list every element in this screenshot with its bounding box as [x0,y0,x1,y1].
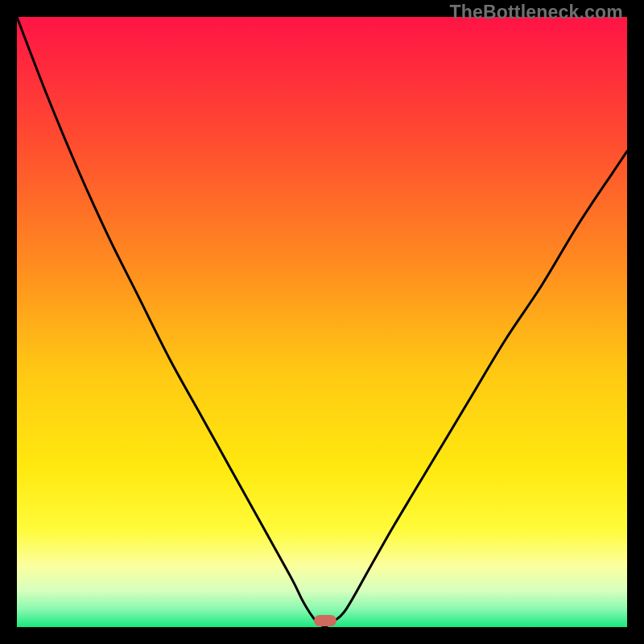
min-marker [314,615,336,626]
watermark-text: TheBottleneck.com [449,2,623,23]
plot-area [17,17,627,627]
chart-frame: TheBottleneck.com [0,0,644,644]
bottleneck-curve [17,17,627,627]
